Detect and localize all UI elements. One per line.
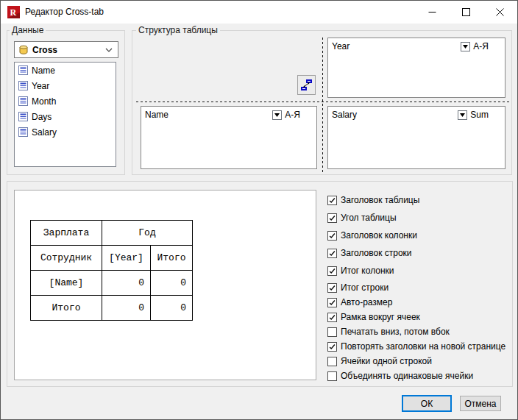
option-row[interactable]: Ячейки одной строкой: [327, 356, 432, 366]
option-row[interactable]: Заголовок колонки: [327, 230, 417, 241]
chevron-down-icon: [105, 48, 113, 52]
option-row[interactable]: Объединять одинаковые ячейки: [327, 371, 473, 381]
field-list-item[interactable]: Year: [15, 78, 116, 93]
checkbox-label: Рамка вокруг ячеек: [341, 312, 420, 322]
column-group-header-cell: Год: [102, 221, 193, 246]
checkbox-unchecked: [327, 327, 337, 337]
dropdown-arrow-icon: [460, 113, 465, 117]
checkbox-checked: [327, 249, 337, 258]
checkbox-label: Заголовок колонки: [341, 230, 417, 241]
data-cell: 0: [151, 271, 193, 296]
data-cell: 0: [151, 296, 193, 321]
field-list-item[interactable]: Days: [15, 109, 116, 124]
crosstab-preview-table: Зарплата Год Сотрудник [Year] Итого [Nam…: [30, 220, 193, 321]
option-row[interactable]: Итог колонки: [327, 266, 394, 276]
structure-vertical-divider: [322, 38, 323, 172]
field-label: Salary: [32, 127, 57, 138]
checkbox-checked: [327, 298, 337, 307]
checkbox-checked: [327, 283, 337, 293]
checkbox-checked: [327, 342, 337, 352]
field-icon: [18, 96, 28, 106]
maximize-button[interactable]: [449, 1, 483, 23]
field-list-item[interactable]: Name: [15, 63, 116, 78]
field-icon: [18, 81, 28, 90]
column-sort-dropdown-button[interactable]: [461, 42, 470, 51]
window-title: Редактор Cross-tab: [25, 7, 104, 17]
checkbox-unchecked: [327, 371, 337, 381]
row-field-box[interactable]: Name А-Я: [141, 106, 317, 169]
swap-dimensions-button[interactable]: [297, 75, 316, 95]
crosstab-editor-window: R Редактор Cross-tab Данные Cross NameYe…: [0, 0, 518, 420]
checkbox-checked: [327, 231, 337, 241]
dropdown-arrow-icon: [274, 113, 280, 117]
dropdown-arrow-icon: [463, 45, 468, 49]
cancel-button[interactable]: Отмена: [460, 396, 501, 411]
field-icon: [18, 112, 28, 121]
checkbox-label: Печатать вниз, потом вбок: [341, 327, 450, 337]
column-sort-label: А-Я: [473, 41, 489, 51]
option-row[interactable]: Печатать вниз, потом вбок: [327, 327, 450, 337]
close-button[interactable]: [483, 1, 517, 23]
field-label: Days: [32, 112, 52, 122]
option-row[interactable]: Угол таблицы: [327, 213, 397, 223]
checkbox-label: Повторять заголовки на новой странице: [341, 341, 505, 352]
data-cell: 0: [102, 296, 151, 321]
fields-listbox[interactable]: NameYearMonthDaysSalary: [14, 62, 116, 167]
option-row[interactable]: Авто-размер: [327, 297, 392, 307]
option-row[interactable]: Заголовок строки: [327, 248, 412, 258]
row-sort-label: А-Я: [285, 110, 300, 120]
fastreport-logo-icon: R: [7, 6, 20, 18]
corner-cell: Зарплата: [31, 221, 102, 246]
checkbox-label: Угол таблицы: [341, 213, 397, 223]
row-group-header-cell: Сотрудник: [31, 246, 102, 271]
row-value-cell: [Name]: [31, 271, 102, 296]
field-label: Month: [32, 96, 56, 107]
data-function-dropdown-button[interactable]: [458, 110, 467, 120]
data-cell: 0: [102, 271, 151, 296]
checkbox-label: Заголовок строки: [341, 248, 412, 258]
field-label: Year: [32, 81, 49, 91]
swap-icon: [300, 79, 313, 91]
titlebar[interactable]: R Редактор Cross-tab: [1, 1, 517, 24]
data-field-name: Salary: [332, 110, 357, 120]
column-value-header-cell: [Year]: [102, 246, 151, 271]
dataset-name: Cross: [32, 45, 105, 55]
checkbox-label: Итог строки: [341, 282, 388, 293]
field-list-item[interactable]: Month: [15, 93, 116, 109]
checkbox-checked: [327, 266, 337, 276]
field-icon: [18, 127, 28, 137]
checkbox-checked: [327, 196, 337, 205]
database-icon: [18, 45, 29, 55]
preview-area: Зарплата Год Сотрудник [Year] Итого [Nam…: [14, 190, 316, 380]
column-field-name: Year: [332, 41, 350, 51]
checkbox-checked: [327, 213, 337, 223]
svg-text:R: R: [10, 7, 17, 18]
dataset-combobox[interactable]: Cross: [14, 41, 118, 58]
row-total-cell: Итого: [31, 296, 102, 321]
structure-horizontal-divider: [136, 102, 511, 102]
data-group-label: Данные: [10, 25, 46, 35]
field-list-item[interactable]: Salary: [15, 124, 116, 140]
checkbox-unchecked: [327, 357, 337, 366]
structure-group-label: Структура таблицы: [136, 25, 220, 35]
column-field-box[interactable]: Year А-Я: [327, 38, 505, 98]
column-total-header-cell: Итого: [151, 246, 193, 271]
checkbox-label: Авто-размер: [341, 297, 392, 307]
checkbox-label: Объединять одинаковые ячейки: [341, 371, 473, 381]
data-field-box[interactable]: Salary Sum: [327, 106, 505, 169]
checkbox-label: Ячейки одной строкой: [341, 356, 432, 366]
checkbox-label: Итог колонки: [341, 266, 394, 276]
row-sort-dropdown-button[interactable]: [272, 110, 282, 120]
checkbox-checked: [327, 313, 337, 322]
option-row[interactable]: Рамка вокруг ячеек: [327, 312, 420, 322]
ok-button[interactable]: ОК: [402, 395, 452, 412]
data-function-label: Sum: [470, 110, 489, 120]
option-row[interactable]: Итог строки: [327, 282, 388, 293]
minimize-button[interactable]: [415, 1, 449, 23]
field-label: Name: [32, 65, 55, 76]
option-row[interactable]: Повторять заголовки на новой странице: [327, 341, 505, 352]
checkbox-label: Заголовок таблицы: [341, 195, 419, 205]
field-icon: [18, 65, 28, 75]
row-field-name: Name: [145, 110, 168, 120]
option-row[interactable]: Заголовок таблицы: [327, 195, 419, 205]
